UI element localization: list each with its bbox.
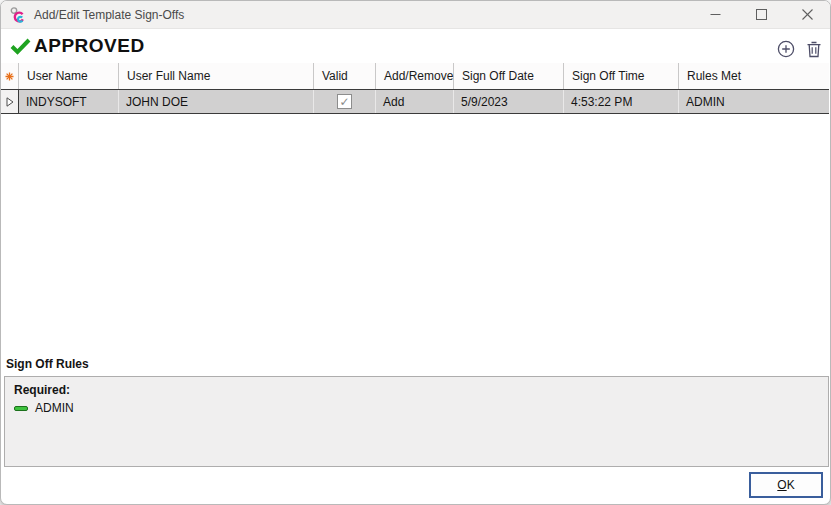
- sign-off-rules-label: Sign Off Rules: [6, 357, 89, 371]
- grid-header-selector: [1, 63, 19, 89]
- status-label: APPROVED: [34, 35, 145, 57]
- title-bar[interactable]: Add/Edit Template Sign-Offs: [1, 1, 830, 29]
- table-row[interactable]: INDYSOFT JOHN DOE ✓ Add 5/9/2023 4:53:22…: [1, 90, 829, 114]
- cell-add-remove[interactable]: Add: [376, 90, 454, 113]
- cell-valid[interactable]: ✓: [314, 90, 376, 113]
- window-title: Add/Edit Template Sign-Offs: [34, 8, 184, 22]
- window-controls: [692, 1, 830, 28]
- toolbar: [776, 39, 823, 58]
- signoffs-grid: User Name User Full Name Valid Add/Remov…: [1, 63, 829, 114]
- approved-check-icon: [10, 38, 31, 55]
- close-icon: [802, 9, 813, 20]
- required-label: Required:: [14, 383, 70, 397]
- row-selector-cell[interactable]: [1, 90, 19, 113]
- sign-off-rules-panel: Required: ADMIN: [4, 376, 829, 467]
- ok-button[interactable]: OK: [749, 472, 823, 498]
- trash-icon: [806, 40, 822, 58]
- column-header-sign-off-date[interactable]: Sign Off Date: [454, 63, 564, 89]
- cell-user-full-name[interactable]: JOHN DOE: [119, 90, 314, 113]
- maximize-button[interactable]: [738, 1, 784, 28]
- minimize-button[interactable]: [692, 1, 738, 28]
- row-current-arrow-icon: [6, 97, 14, 107]
- dialog-add-edit-template-signoffs: Add/Edit Template Sign-Offs: [0, 0, 831, 505]
- cell-sign-off-date[interactable]: 5/9/2023: [454, 90, 564, 113]
- cell-sign-off-time[interactable]: 4:53:22 PM: [564, 90, 679, 113]
- list-item: ADMIN: [14, 401, 74, 415]
- maximize-icon: [756, 9, 767, 20]
- add-signoff-button[interactable]: [776, 39, 795, 58]
- column-header-user-full-name[interactable]: User Full Name: [119, 63, 314, 89]
- close-button[interactable]: [784, 1, 830, 28]
- cell-rules-met[interactable]: ADMIN: [679, 90, 829, 113]
- app-logo-icon: [9, 6, 27, 24]
- required-asterisk-icon: [5, 72, 14, 81]
- column-header-user-name[interactable]: User Name: [19, 63, 119, 89]
- column-header-valid[interactable]: Valid: [314, 63, 376, 89]
- column-header-rules-met[interactable]: Rules Met: [679, 63, 829, 89]
- status-header: APPROVED: [1, 30, 830, 63]
- ok-button-label: OK: [777, 478, 794, 492]
- column-header-sign-off-time[interactable]: Sign Off Time: [564, 63, 679, 89]
- minimize-icon: [710, 9, 721, 20]
- column-header-add-remove[interactable]: Add/Remove: [376, 63, 454, 89]
- rule-name: ADMIN: [35, 401, 74, 415]
- cell-user-name[interactable]: INDYSOFT: [19, 90, 119, 113]
- grid-header-row: User Name User Full Name Valid Add/Remov…: [1, 63, 829, 90]
- circle-plus-icon: [777, 40, 795, 58]
- rule-dash-icon: [14, 406, 28, 411]
- valid-checkbox[interactable]: ✓: [337, 94, 352, 109]
- delete-signoff-button[interactable]: [804, 39, 823, 58]
